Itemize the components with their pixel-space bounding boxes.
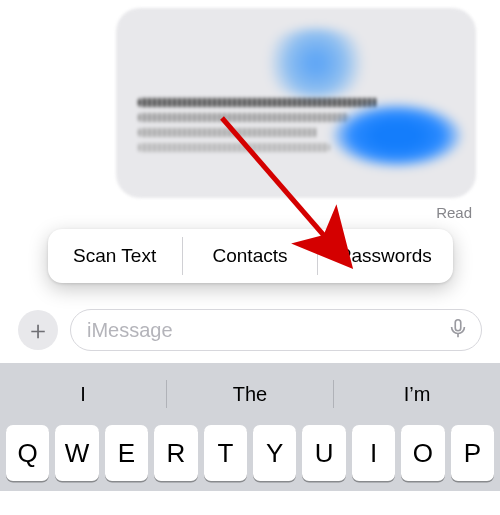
- key-r[interactable]: R: [154, 425, 197, 481]
- key-i[interactable]: I: [352, 425, 395, 481]
- key-t[interactable]: T: [204, 425, 247, 481]
- key-y[interactable]: Y: [253, 425, 296, 481]
- menu-scan-text[interactable]: Scan Text: [48, 229, 182, 283]
- read-receipt: Read: [436, 204, 472, 221]
- received-message: [0, 0, 500, 198]
- prediction-bar: I The I’m: [0, 369, 500, 419]
- message-input[interactable]: iMessage: [70, 309, 482, 351]
- plus-icon: ＋: [25, 313, 51, 348]
- svg-rect-1: [455, 319, 461, 330]
- key-e[interactable]: E: [105, 425, 148, 481]
- key-row-1: Q W E R T Y U I O P: [0, 419, 500, 481]
- keyboard: I The I’m Q W E R T Y U I O P: [0, 363, 500, 491]
- compose-row: ＋ iMessage: [0, 283, 500, 363]
- key-q[interactable]: Q: [6, 425, 49, 481]
- menu-contacts[interactable]: Contacts: [183, 229, 317, 283]
- add-button[interactable]: ＋: [18, 310, 58, 350]
- prediction-item[interactable]: I: [0, 383, 166, 406]
- dictate-icon[interactable]: [447, 317, 469, 344]
- message-bubble[interactable]: [116, 8, 476, 198]
- key-p[interactable]: P: [451, 425, 494, 481]
- menu-passwords[interactable]: Passwords: [318, 229, 452, 283]
- key-u[interactable]: U: [302, 425, 345, 481]
- key-o[interactable]: O: [401, 425, 444, 481]
- message-placeholder: iMessage: [87, 319, 447, 342]
- redacted-image-blur: [256, 28, 376, 98]
- prediction-item[interactable]: The: [167, 383, 333, 406]
- key-w[interactable]: W: [55, 425, 98, 481]
- redacted-image-blur: [332, 103, 462, 168]
- context-menu: Scan Text Contacts Passwords: [48, 229, 453, 283]
- prediction-item[interactable]: I’m: [334, 383, 500, 406]
